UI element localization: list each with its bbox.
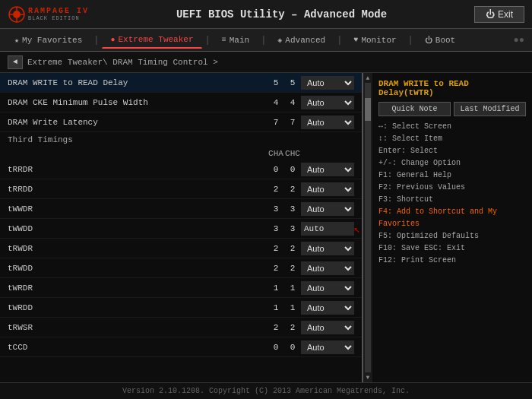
val1: 0	[268, 343, 284, 352]
dropdown[interactable]: Auto	[301, 182, 354, 196]
setting-name: DRAM Write Latency	[8, 118, 268, 127]
val2: 4	[284, 98, 301, 107]
scroll-thumb[interactable]	[365, 98, 371, 121]
quick-note-button[interactable]: Quick Note	[378, 102, 451, 116]
val1: 2	[268, 323, 284, 332]
tab-monitor-label: Monitor	[361, 36, 396, 45]
setting-row-tccd[interactable]: tCCD 0 0 Auto	[0, 337, 362, 357]
help-line-2: ↕: Select Item	[378, 133, 526, 145]
val1: 2	[268, 264, 284, 273]
scroll-down-arrow[interactable]: ▼	[366, 374, 370, 381]
monitor-icon: ♥	[353, 36, 358, 44]
val2: 1	[284, 283, 301, 293]
tab-boot-label: Boot	[435, 36, 455, 45]
dropdown[interactable]: Auto	[301, 76, 354, 90]
tab-advanced-label: Advanced	[285, 36, 325, 45]
dropdown[interactable]: Auto	[301, 116, 354, 129]
setting-row-dram-cke[interactable]: DRAM CKE Minimum Pulse Width 4 4 Auto	[0, 93, 362, 112]
tab-main[interactable]: ≡ Main	[214, 32, 258, 49]
help-line-3: Enter: Select	[378, 145, 526, 157]
tab-monitor[interactable]: ♥ Monitor	[345, 32, 404, 49]
help-line-f10: F10: Save ESC: Exit	[378, 242, 526, 255]
setting-name: DRAM CKE Minimum Pulse Width	[8, 98, 268, 107]
val1: 5	[268, 78, 284, 87]
setting-row-trwsr[interactable]: tRWSR 2 2 Auto	[0, 318, 362, 337]
setting-name: tRWSR	[8, 323, 268, 332]
scroll-bar[interactable]: ▲ ▼	[363, 73, 372, 382]
breadcrumb-path: Extreme Tweaker\ DRAM Timing Control >	[27, 58, 218, 67]
left-panel: DRAM WRITE to READ Delay 5 5 Auto DRAM C…	[0, 73, 363, 382]
help-title: DRAM WRITE to READ Delay(tWTR)	[378, 79, 526, 97]
setting-row-dram-write-latency[interactable]: DRAM Write Latency 7 7 Auto	[0, 112, 362, 132]
setting-row-twrdd[interactable]: tWRDD 1 1 Auto	[0, 298, 362, 318]
val2: 5	[284, 78, 301, 87]
scroll-track[interactable]	[365, 83, 371, 372]
dropdown[interactable]: Auto	[301, 301, 354, 315]
setting-row-trwdr[interactable]: tRWDR 2 2 Auto	[0, 239, 362, 258]
help-line-f4: F4: Add to Shortcut and My Favorites	[378, 206, 526, 230]
setting-name: tRRDD	[8, 185, 268, 194]
val1: 4	[268, 98, 284, 107]
val2: 3	[284, 204, 301, 214]
setting-row-trrdd[interactable]: tRRDD 2 2 Auto	[0, 179, 362, 199]
help-line-f12: F12: Print Screen	[378, 255, 526, 267]
setting-row-dram-write-read[interactable]: DRAM WRITE to READ Delay 5 5 Auto	[0, 73, 362, 93]
setting-name: tRWDR	[8, 244, 268, 253]
setting-name: tWRDD	[8, 303, 268, 312]
dropdown[interactable]: Auto	[301, 96, 354, 109]
val1: 1	[268, 283, 284, 293]
tab-favorites-label: My Favorites	[22, 36, 82, 45]
val1: 0	[268, 165, 284, 174]
dropdown[interactable]: Auto	[301, 202, 354, 216]
tab-extreme[interactable]: ● Extreme Tweaker	[102, 31, 201, 49]
dropdown[interactable]: Auto	[301, 321, 354, 334]
setting-name: tWRDR	[8, 283, 268, 293]
right-panel: DRAM WRITE to READ Delay(tWTR) Quick Not…	[372, 73, 532, 382]
val1: 7	[268, 118, 284, 127]
header: RAMPAGE IV BLACK EDITION UEFI BIOS Utili…	[0, 0, 532, 29]
col-headers: CHA CHC	[0, 147, 362, 160]
setting-row-twrdr[interactable]: tWRDR 1 1 Auto	[0, 278, 362, 298]
help-line-5: F1: General Help	[378, 169, 526, 182]
setting-row-trrdr[interactable]: tRRDR 0 0 Auto	[0, 160, 362, 179]
dropdown[interactable]: Auto	[301, 340, 354, 354]
last-modified-button[interactable]: Last Modified	[454, 102, 526, 116]
help-line-4: +/-: Change Option	[378, 157, 526, 169]
tab-boot[interactable]: ⏻ Boot	[416, 32, 464, 49]
section-third-timings: Third Timings	[0, 132, 362, 147]
help-line-1: ↔: Select Screen	[378, 121, 526, 133]
setting-name: tCCD	[8, 343, 268, 352]
tab-favorites[interactable]: ★ My Favorites	[6, 32, 90, 49]
exit-button[interactable]: ⏻ Exit	[474, 6, 524, 23]
help-line-f5: F5: Optimized Defaults	[378, 230, 526, 242]
val1: 3	[268, 204, 284, 214]
val2: 2	[284, 264, 301, 273]
dropdown[interactable]: Auto	[301, 261, 354, 275]
col-chc: CHC	[284, 149, 301, 158]
val2: 0	[284, 165, 301, 174]
dropdown[interactable]: Auto	[301, 281, 354, 295]
footer: Version 2.10.1208. Copyright (C) 2013 Am…	[0, 382, 532, 399]
setting-name: DRAM WRITE to READ Delay	[8, 78, 268, 87]
favorites-icon: ★	[14, 36, 19, 45]
val2: 3	[284, 224, 301, 233]
dropdown[interactable]: Auto	[301, 163, 354, 176]
footer-text: Version 2.10.1208. Copyright (C) 2013 Am…	[122, 387, 410, 395]
scroll-up-arrow[interactable]: ▲	[366, 74, 370, 81]
rog-icon	[8, 5, 26, 24]
back-button[interactable]: ◄	[8, 55, 23, 69]
setting-row-trwdd[interactable]: tRWDD 2 2 Auto	[0, 258, 362, 278]
power-icon: ⏻	[486, 9, 495, 20]
nav-bar: ★ My Favorites | ● Extreme Tweaker | ≡ M…	[0, 29, 532, 52]
extreme-icon: ●	[110, 36, 115, 44]
val2: 2	[284, 244, 301, 253]
tab-advanced[interactable]: ◈ Advanced	[269, 32, 334, 49]
help-line-7: F3: Shortcut	[378, 194, 526, 206]
val2: 2	[284, 185, 301, 194]
dropdown-twwdd: Auto	[301, 222, 354, 236]
setting-row-twwdd[interactable]: tWWDD 3 3 Auto	[0, 219, 362, 239]
dropdown[interactable]: Auto	[301, 242, 354, 255]
setting-row-twwdr[interactable]: tWWDR 3 3 Auto	[0, 199, 362, 219]
brand-text: RAMPAGE IV BLACK EDITION	[28, 7, 89, 21]
val1: 1	[268, 303, 284, 312]
